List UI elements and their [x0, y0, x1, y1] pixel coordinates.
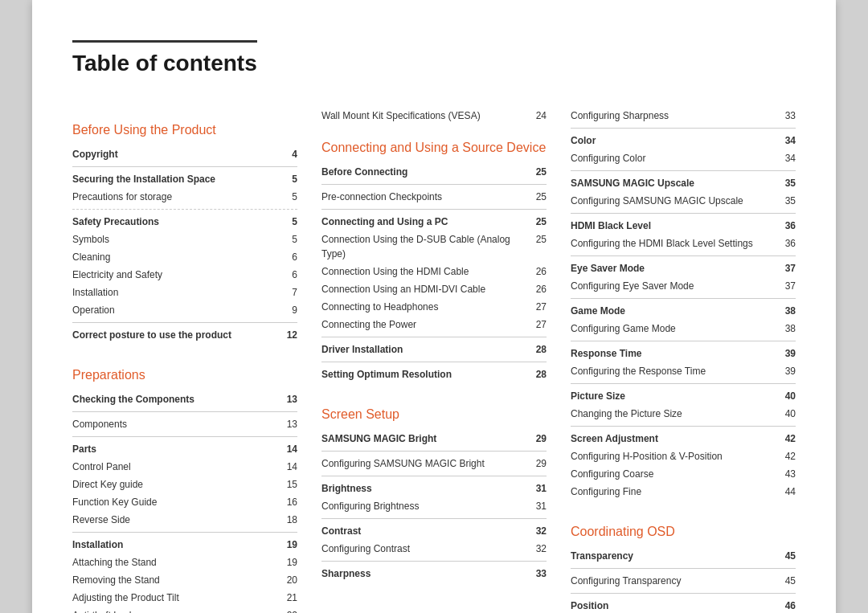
toc-entry: Configuring H-Position & V-Position 42: [571, 447, 796, 465]
toc-entry: Configuring Contrast 32: [321, 540, 547, 558]
toc-entry: SAMSUNG MAGIC Bright 29: [321, 430, 547, 447]
toc-entry: Control Panel 14: [72, 458, 297, 476]
toc-entry: Connection Using the D-SUB Cable (Analog…: [321, 231, 547, 263]
toc-entry: Connection Using the HDMI Cable 26: [321, 263, 547, 280]
toc-entry: Configuring Coarse 43: [571, 465, 796, 483]
toc-entry: Configuring Game Mode 38: [571, 320, 796, 337]
toc-entry: Game Mode 38: [571, 302, 796, 320]
section-connecting: Connecting and Using a Source Device: [321, 141, 547, 155]
toc-entry: Picture Size 40: [571, 387, 796, 405]
document-page: Table of contents Before Using the Produ…: [32, 0, 836, 613]
page-title: Table of contents: [72, 40, 257, 83]
section-before-using: Before Using the Product: [72, 123, 297, 137]
toc-entry: Securing the Installation Space 5: [72, 170, 297, 188]
toc-entry: Reverse Side 18: [72, 511, 297, 529]
toc-entry: Changing the Picture Size 40: [571, 405, 796, 423]
column-2: Wall Mount Kit Specifications (VESA) 24 …: [321, 107, 571, 613]
toc-entry: SAMSUNG MAGIC Upscale 35: [571, 174, 796, 192]
toc-entry: Configuring SAMSUNG MAGIC Upscale 35: [571, 192, 796, 210]
toc-entry: Anti-theft Lock 22: [72, 607, 297, 613]
toc-entry: Configuring Brightness 31: [321, 497, 547, 515]
toc-entry: Brightness 31: [321, 480, 547, 497]
section-preparations: Preparations: [72, 368, 297, 382]
toc-entry: Installation 7: [72, 284, 297, 301]
toc-entry: Configuring the HDMI Black Level Setting…: [571, 235, 796, 252]
toc-entry: Connection Using an HDMI-DVI Cable 26: [321, 280, 547, 298]
toc-entry: Precautions for storage 5: [72, 188, 297, 206]
toc-entry: Connecting the Power 27: [321, 316, 547, 333]
toc-entry: Response Time 39: [571, 345, 796, 362]
toc-entry: Sharpness 33: [321, 565, 547, 582]
toc-entry: Transparency 45: [571, 547, 796, 565]
toc-entry: Position 46: [571, 597, 796, 613]
toc-entry: Electricity and Safety 6: [72, 266, 297, 284]
toc-entry: Parts 14: [72, 440, 297, 458]
column-1: Before Using the Product Copyright 4 Sec…: [72, 107, 321, 613]
toc-entry: Symbols 5: [72, 231, 297, 248]
toc-entry: Eye Saver Mode 37: [571, 260, 796, 277]
toc-entry: Connecting and Using a PC 25: [321, 213, 547, 231]
toc-entry: Before Connecting 25: [321, 163, 547, 181]
toc-entry: Screen Adjustment 42: [571, 430, 796, 447]
toc-entry: Direct Key guide 15: [72, 476, 297, 493]
toc-entry: Function Key Guide 16: [72, 493, 297, 511]
toc-entry: Wall Mount Kit Specifications (VESA) 24: [321, 107, 547, 125]
column-3: Configuring Sharpness 33 Color 34 Config…: [571, 107, 796, 613]
toc-entry: Configuring Sharpness 33: [571, 107, 796, 125]
toc-entry: Color 34: [571, 132, 796, 149]
toc-entry: Configuring Color 34: [571, 149, 796, 167]
toc-entry: Setting Optimum Resolution 28: [321, 366, 547, 383]
toc-entry: Adjusting the Product Tilt 21: [72, 589, 297, 607]
toc-entry: Configuring Transparency 45: [571, 572, 796, 590]
toc-entry: Copyright 4: [72, 145, 297, 163]
toc-entry: Driver Installation 28: [321, 341, 547, 358]
toc-entry: Configuring Eye Saver Mode 37: [571, 277, 796, 295]
toc-entry: Configuring the Response Time 39: [571, 362, 796, 380]
toc-entry: HDMI Black Level 36: [571, 217, 796, 235]
section-coordinating-osd: Coordinating OSD: [571, 525, 796, 539]
toc-entry: Configuring Fine 44: [571, 483, 796, 501]
toc-entry: Safety Precautions 5: [72, 213, 297, 231]
toc-entry: Components 13: [72, 415, 297, 433]
toc-entry: Cleaning 6: [72, 248, 297, 266]
toc-entry: Connecting to Headphones 27: [321, 298, 547, 316]
section-screen-setup: Screen Setup: [321, 407, 547, 422]
toc-entry: Contrast 32: [321, 522, 547, 540]
toc-entry: Operation 9: [72, 301, 297, 319]
toc-entry: Configuring SAMSUNG MAGIC Bright 29: [321, 455, 547, 472]
toc-entry: Correct posture to use the product 12: [72, 326, 297, 344]
toc-entry: Attaching the Stand 19: [72, 554, 297, 571]
toc-entry: Checking the Components 13: [72, 390, 297, 408]
toc-entry: Installation 19: [72, 536, 297, 554]
toc-entry: Removing the Stand 20: [72, 571, 297, 589]
toc-entry: Pre-connection Checkpoints 25: [321, 188, 547, 206]
